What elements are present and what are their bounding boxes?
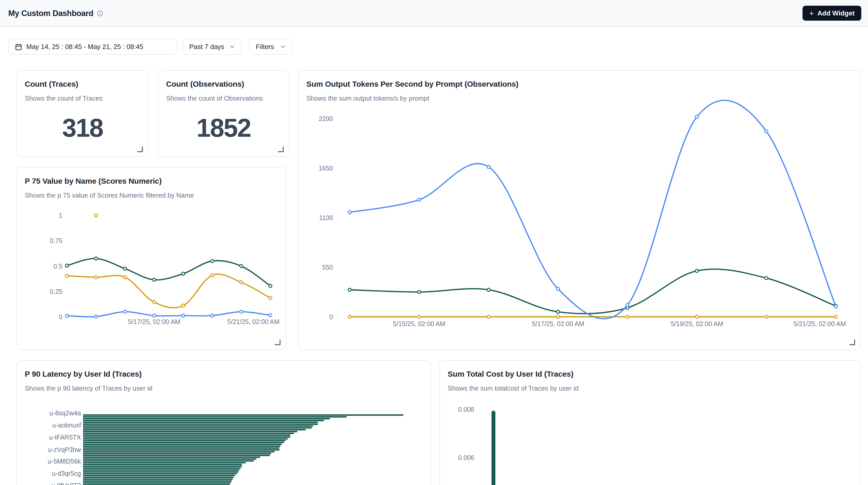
data-point-marker <box>695 269 698 272</box>
latency-bar <box>83 431 297 432</box>
plus-icon: + <box>809 9 814 17</box>
page-title: My Custom Dashboard <box>8 8 93 18</box>
user-id-tick-label: u-aobnuxf <box>52 422 81 429</box>
resize-handle-icon[interactable] <box>849 339 855 345</box>
latency-bar <box>83 480 231 482</box>
y-axis-tick-label: 0.25 <box>50 288 62 295</box>
cost-bar-chart[interactable]: 0.0080.006 <box>440 361 860 485</box>
data-point-marker <box>124 267 127 270</box>
data-point-marker <box>94 214 97 217</box>
latency-bar <box>83 446 280 447</box>
tokens-line-chart[interactable]: 05501100165022005/15/25, 02:00 AM5/17/25… <box>299 71 860 349</box>
data-point-marker <box>557 287 560 291</box>
chevron-down-icon <box>229 44 235 50</box>
x-axis-tick-label: 5/17/25, 02:00 AM <box>128 318 180 325</box>
x-axis-tick-label: 5/21/25, 02:00 AM <box>227 318 280 325</box>
data-point-marker <box>153 301 156 304</box>
y-axis-tick-label: 0 <box>329 313 333 321</box>
latency-bar <box>83 433 294 434</box>
widget-subtitle: Shows the count of Traces <box>25 94 103 102</box>
data-point-marker <box>269 296 272 300</box>
info-icon[interactable] <box>97 10 103 16</box>
range-preset-dropdown[interactable]: Past 7 days <box>183 39 242 55</box>
data-point-marker <box>153 278 156 281</box>
data-point-marker <box>557 310 560 313</box>
p90-bar-chart[interactable]: u-8sq2w4au-aobnuxfu-tFAR5TXu-zVqP3hwu-5M… <box>17 361 431 485</box>
cost-bar <box>492 411 495 485</box>
latency-bar <box>83 440 285 442</box>
data-point-marker <box>695 315 698 319</box>
y-axis-tick-label: 0.008 <box>458 406 474 413</box>
count-value: 318 <box>17 113 148 143</box>
data-point-marker <box>94 257 97 260</box>
data-point-marker <box>124 276 127 279</box>
latency-bar <box>83 477 234 478</box>
latency-bar <box>83 467 241 469</box>
date-range-picker[interactable]: May 14, 25 : 08:45 - May 21, 25 : 08:45 <box>8 39 178 55</box>
blue-series-line <box>350 100 836 319</box>
data-point-marker <box>153 314 156 317</box>
data-point-marker <box>348 288 351 291</box>
date-range-value: May 14, 25 : 08:45 - May 21, 25 : 08:45 <box>26 43 144 51</box>
latency-bar <box>83 447 279 449</box>
latency-bar <box>83 466 242 467</box>
y-axis-tick-label: 1650 <box>318 164 333 172</box>
data-point-marker <box>765 277 768 280</box>
user-id-tick-label: u-8fVa9T3 <box>51 482 81 485</box>
y-axis-tick-label: 1100 <box>319 214 333 221</box>
latency-bar <box>83 464 242 465</box>
user-id-tick-label: u-d3qr5cg <box>52 470 81 477</box>
data-point-marker <box>211 274 214 277</box>
data-point-marker <box>65 264 69 267</box>
data-point-marker <box>626 304 629 307</box>
data-point-marker <box>211 314 214 317</box>
latency-bar <box>83 484 230 485</box>
latency-bar <box>83 414 403 416</box>
resize-handle-icon[interactable] <box>278 147 284 152</box>
latency-bar <box>83 422 318 423</box>
data-point-marker <box>124 310 127 313</box>
widget-total-cost: Sum Total Cost by User Id (Traces) Shows… <box>439 360 861 485</box>
latency-bar <box>83 482 231 484</box>
widget-p90-latency: P 90 Latency by User Id (Traces) Shows t… <box>17 360 431 485</box>
data-point-marker <box>417 291 421 294</box>
latency-bar <box>83 424 318 425</box>
latency-bar <box>83 475 235 476</box>
latency-bar <box>83 456 260 458</box>
add-widget-button[interactable]: + Add Widget <box>803 6 861 21</box>
latency-bar <box>83 460 254 462</box>
resize-handle-icon[interactable] <box>137 147 143 152</box>
latency-bar <box>83 473 237 475</box>
count-value: 1852 <box>158 113 289 143</box>
widget-title: Count (Observations) <box>166 80 244 88</box>
range-preset-value: Past 7 days <box>189 43 224 51</box>
data-point-marker <box>487 288 490 291</box>
filters-label: Filters <box>256 43 274 51</box>
latency-bar <box>83 425 313 427</box>
filters-dropdown[interactable]: Filters <box>249 39 292 55</box>
p75-line-chart[interactable]: 00.250.50.7515/17/25, 02:00 AM5/21/25, 0… <box>17 168 286 349</box>
data-point-marker <box>765 130 768 133</box>
user-id-tick-label: u-5M8D56k <box>48 458 81 465</box>
chevron-down-icon <box>280 44 286 50</box>
data-point-marker <box>417 315 421 319</box>
data-point-marker <box>94 315 97 318</box>
latency-bar <box>83 453 271 454</box>
y-axis-tick-label: 2200 <box>318 115 333 122</box>
data-point-marker <box>557 315 560 319</box>
latency-bar <box>83 458 256 460</box>
data-point-marker <box>269 314 272 317</box>
user-id-tick-label: u-zVqP3hw <box>48 446 81 453</box>
data-point-marker <box>240 281 243 284</box>
latency-bar <box>83 455 270 456</box>
y-axis-tick-label: 0.75 <box>50 237 62 244</box>
resize-handle-icon[interactable] <box>275 339 281 345</box>
x-axis-tick-label: 5/21/25, 02:00 AM <box>794 320 846 327</box>
data-point-marker <box>834 305 837 308</box>
data-point-marker <box>269 284 272 287</box>
data-point-marker <box>417 198 421 201</box>
latency-bar <box>83 462 246 463</box>
user-id-tick-label: u-8sq2w4a <box>50 410 81 417</box>
widget-title: Count (Traces) <box>25 80 78 88</box>
latency-bar <box>83 436 290 438</box>
